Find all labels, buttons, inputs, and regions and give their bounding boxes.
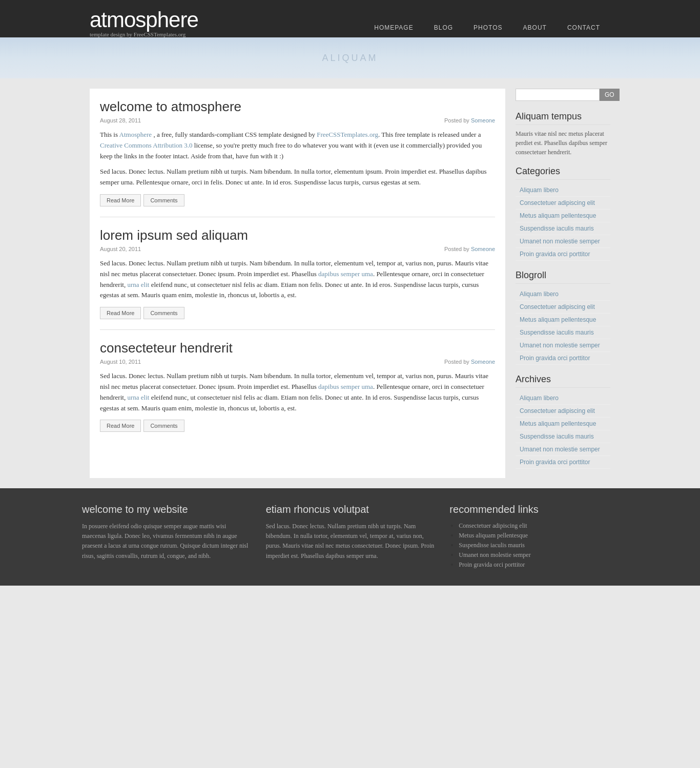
post-2: lorem ipsum sed aliquam August 20, 2011 … xyxy=(100,227,495,330)
archive-link-2[interactable]: Consectetuer adipiscing elit xyxy=(516,405,610,417)
footer-link-2[interactable]: Metus aliquam pellentesque xyxy=(459,532,528,539)
post-3-date: August 10, 2011 xyxy=(100,359,141,365)
archive-link-3[interactable]: Metus aliquam pellentesque xyxy=(516,418,610,430)
footer-link-5[interactable]: Proin gravida orci porttitor xyxy=(459,561,525,568)
archive-link-6[interactable]: Proin gravida orci porttitor xyxy=(516,456,610,468)
post-2-comments[interactable]: Comments xyxy=(143,307,184,319)
main-content: welcome to atmosphere August 28, 2011 Po… xyxy=(90,89,505,478)
list-item: Umanet non molestie semper xyxy=(516,443,610,456)
post-1-read-more[interactable]: Read More xyxy=(100,194,141,206)
category-link-3[interactable]: Metus aliquam pellentesque xyxy=(516,210,610,222)
archives-title: Archives xyxy=(516,374,610,388)
post-3-comments[interactable]: Comments xyxy=(143,420,184,432)
post-3-body1: Sed lacus. Donec lectus. Nullam pretium … xyxy=(100,371,495,413)
list-item: Umanet non molestie semper xyxy=(516,235,610,248)
list-item: Aliquam libero xyxy=(516,288,610,301)
nav-photos[interactable]: PHOTOS xyxy=(463,18,512,37)
main-nav: HOMEPAGE BLOG PHOTOS ABOUT CONTACT xyxy=(364,8,610,37)
footer-col-3: recommended links Consectetuer adipiscin… xyxy=(449,504,618,570)
footer-col2-title: etiam rhoncus volutpat xyxy=(266,504,435,515)
nav-contact[interactable]: CONTACT xyxy=(557,18,610,37)
post-1-footer: Read More Comments xyxy=(100,194,495,206)
post-3-read-more[interactable]: Read More xyxy=(100,420,141,432)
list-item: Umanet non molestie semper xyxy=(459,551,618,559)
post-1: welcome to atmosphere August 28, 2011 Po… xyxy=(100,99,495,217)
nav-blog[interactable]: BLOG xyxy=(424,18,463,37)
footer-links-list: Consectetuer adipiscing elit Metus aliqu… xyxy=(449,522,618,569)
post-2-author-label: Posted by Someone xyxy=(444,246,495,252)
blogroll-link-2[interactable]: Consectetuer adipiscing elit xyxy=(516,301,610,313)
archives-widget: Archives Aliquam libero Consectetuer adi… xyxy=(516,374,610,469)
list-item: Suspendisse iaculis mauris xyxy=(516,430,610,443)
post-2-meta: August 20, 2011 Posted by Someone xyxy=(100,246,495,252)
freecss-link[interactable]: FreeCSSTemplates.org xyxy=(317,131,378,138)
post-1-body2: Sed lacus. Donec lectus. Nullam pretium … xyxy=(100,167,495,188)
category-link-6[interactable]: Proin gravida orci porttitor xyxy=(516,248,610,260)
list-item: Suspendisse iaculis mauris xyxy=(516,326,610,339)
blogroll-link-1[interactable]: Aliquam libero xyxy=(516,288,610,300)
search-button[interactable]: GO xyxy=(600,89,620,101)
blogroll-link-3[interactable]: Metus aliquam pellentesque xyxy=(516,314,610,326)
blogroll-link-5[interactable]: Umanet non molestie semper xyxy=(516,339,610,351)
post-2-read-more[interactable]: Read More xyxy=(100,307,141,319)
atmosphere-link[interactable]: Atmosphere xyxy=(119,131,152,138)
sidebar: GO Aliquam tempus Mauris vitae nisl nec … xyxy=(516,89,610,478)
post-3-author-link[interactable]: Someone xyxy=(471,359,495,365)
list-item: Suspendisse iaculis mauris xyxy=(516,222,610,235)
search-input[interactable] xyxy=(516,89,600,101)
list-item: Consectetuer adipiscing elit xyxy=(459,522,618,530)
site-tagline: template design by FreeCSSTemplates.org xyxy=(90,31,198,37)
list-item: Consectetuer adipiscing elit xyxy=(516,301,610,314)
list-item: Proin gravida orci porttitor xyxy=(516,352,610,365)
categories-title: Categories xyxy=(516,166,610,180)
footer-link-3[interactable]: Suspendisse iaculis mauris xyxy=(459,542,525,549)
categories-list: Aliquam libero Consectetuer adipiscing e… xyxy=(516,184,610,261)
list-item: Aliquam libero xyxy=(516,392,610,405)
footer-col1-title: welcome to my website xyxy=(82,504,251,515)
category-link-4[interactable]: Suspendisse iaculis mauris xyxy=(516,222,610,235)
post-3-meta: August 10, 2011 Posted by Someone xyxy=(100,359,495,365)
header: atmosphere template design by FreeCSSTem… xyxy=(0,0,700,37)
list-item: Proin gravida orci porttitor xyxy=(516,248,610,261)
category-link-1[interactable]: Aliquam libero xyxy=(516,184,610,196)
post-2-link2[interactable]: urna elit xyxy=(127,281,149,288)
post-2-body1: Sed lacus. Donec lectus. Nullam pretium … xyxy=(100,258,495,301)
post-3-link1[interactable]: dapibus semper uma xyxy=(318,383,373,390)
archive-link-1[interactable]: Aliquam libero xyxy=(516,392,610,404)
list-item: Suspendisse iaculis mauris xyxy=(459,541,618,549)
post-1-author-link[interactable]: Someone xyxy=(471,117,495,123)
nav-about[interactable]: ABOUT xyxy=(513,18,557,37)
post-1-comments[interactable]: Comments xyxy=(143,194,184,206)
blogroll-link-4[interactable]: Suspendisse iaculis mauris xyxy=(516,326,610,339)
banner: ALIQUAM xyxy=(0,37,700,78)
footer-link-1[interactable]: Consectetuer adipiscing elit xyxy=(459,522,527,529)
cc-link[interactable]: Creative Commons Attribution 3.0 xyxy=(100,141,193,149)
banner-text: ALIQUAM xyxy=(322,53,378,64)
tagline-link[interactable]: FreeCSSTemplates.org xyxy=(134,31,186,37)
list-item: Consectetuer adipiscing elit xyxy=(516,197,610,210)
blogroll-list: Aliquam libero Consectetuer adipiscing e… xyxy=(516,288,610,365)
category-link-2[interactable]: Consectetuer adipiscing elit xyxy=(516,197,610,209)
aliquam-tempus-text: Mauris vitae nisl nec metus placerat per… xyxy=(516,129,610,157)
post-2-title: lorem ipsum sed aliquam xyxy=(100,227,495,243)
blogroll-link-6[interactable]: Proin gravida orci porttitor xyxy=(516,352,610,364)
post-3-link2[interactable]: urna elit xyxy=(127,393,149,401)
footer-col-1: welcome to my website In posuere eleifen… xyxy=(82,504,251,570)
nav-homepage[interactable]: HOMEPAGE xyxy=(364,18,423,37)
logo: atmosphere template design by FreeCSSTem… xyxy=(90,8,198,37)
footer-col3-title: recommended links xyxy=(449,504,618,515)
archives-list: Aliquam libero Consectetuer adipiscing e… xyxy=(516,392,610,469)
footer-col2-text: Sed lacus. Donec lectus. Nullam pretium … xyxy=(266,522,435,561)
list-item: Aliquam libero xyxy=(516,184,610,197)
footer: welcome to my website In posuere eleifen… xyxy=(0,488,700,586)
post-2-author-link[interactable]: Someone xyxy=(471,246,495,252)
site-title: atmosphere xyxy=(90,8,198,32)
post-2-link1[interactable]: dapibus semper uma xyxy=(318,270,373,278)
archive-link-5[interactable]: Umanet non molestie semper xyxy=(516,443,610,455)
list-item: Proin gravida orci porttitor xyxy=(516,456,610,469)
footer-link-4[interactable]: Umanet non molestie semper xyxy=(459,551,530,558)
archive-link-4[interactable]: Suspendisse iaculis mauris xyxy=(516,430,610,443)
list-item: Proin gravida orci porttitor xyxy=(459,561,618,569)
footer-inner: welcome to my website In posuere eleifen… xyxy=(82,504,618,570)
category-link-5[interactable]: Umanet non molestie semper xyxy=(516,235,610,247)
